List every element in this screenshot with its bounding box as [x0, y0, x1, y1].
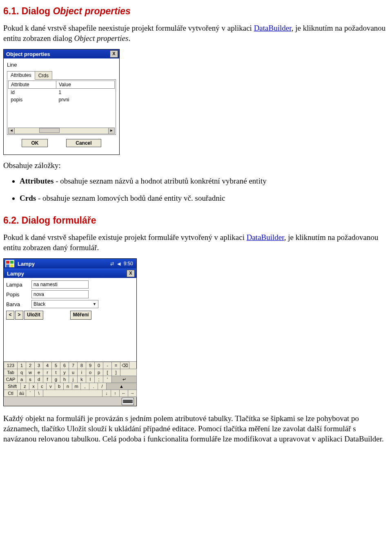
key[interactable]: q	[17, 369, 26, 376]
keyboard-row: Ctl áü ` \ ↓ ↑ ← →	[4, 390, 136, 396]
next-record-button[interactable]: >	[15, 311, 23, 320]
key[interactable]: ←	[119, 390, 128, 397]
key[interactable]: \	[34, 390, 43, 397]
key[interactable]: 9	[86, 362, 95, 369]
key[interactable]: áü	[17, 390, 26, 397]
key[interactable]: ,	[80, 383, 89, 390]
scroll-thumb[interactable]	[39, 128, 60, 133]
key[interactable]: o	[86, 369, 95, 376]
key[interactable]: Ctl	[4, 390, 18, 397]
horizontal-scrollbar[interactable]: ◄ ►	[8, 128, 115, 134]
scroll-track[interactable]	[15, 128, 108, 134]
cancel-button[interactable]: Cancel	[66, 139, 101, 147]
key[interactable]: s	[26, 376, 35, 383]
key[interactable]: e	[34, 369, 43, 376]
key[interactable]: u	[69, 369, 78, 376]
list-item: Attributes - obsahuje seznam názvů a hod…	[20, 177, 389, 186]
key[interactable]: x	[29, 383, 38, 390]
backspace-key[interactable]: ⌫	[120, 362, 129, 369]
key[interactable]: 123	[4, 362, 18, 369]
key[interactable]: g	[51, 376, 60, 383]
key[interactable]: t	[51, 369, 60, 376]
label-popis: Popis	[6, 291, 31, 298]
close-icon[interactable]: X	[110, 50, 118, 58]
key[interactable]: 7	[69, 362, 78, 369]
heading-6-2: 6.2. Dialog formuláře	[3, 215, 389, 226]
keyboard-row: 123 1 2 3 4 5 6 7 8 9 0 - = ⌫	[4, 362, 136, 369]
key[interactable]: k	[77, 376, 86, 383]
key[interactable]: m	[72, 383, 81, 390]
link-databuilder[interactable]: DataBuilder	[254, 24, 292, 32]
key[interactable]: ;	[94, 376, 103, 383]
key[interactable]: Shift	[4, 383, 21, 390]
object-type-label: Line	[7, 62, 116, 68]
key[interactable]: z	[20, 383, 29, 390]
key[interactable]: [	[103, 369, 112, 376]
key[interactable]: c	[38, 383, 47, 390]
key[interactable]: 6	[60, 362, 69, 369]
key[interactable]: d	[34, 376, 43, 383]
dialog-titlebar: Object properties X	[4, 49, 119, 58]
popis-field[interactable]: nova	[31, 290, 89, 298]
key[interactable]: 0	[94, 362, 103, 369]
close-icon[interactable]: X	[127, 270, 135, 277]
barva-combobox[interactable]: Black ▼	[31, 300, 98, 308]
key[interactable]: -	[103, 362, 112, 369]
connectivity-icon[interactable]: ⇄	[110, 261, 114, 267]
key[interactable]: 4	[43, 362, 52, 369]
table-row: id 1	[9, 89, 115, 96]
volume-icon[interactable]: ◀	[117, 261, 120, 267]
key[interactable]: p	[94, 369, 103, 376]
measure-button[interactable]: Měření	[70, 311, 92, 320]
scroll-left-icon[interactable]: ◄	[8, 128, 15, 134]
save-button[interactable]: Uložit	[24, 311, 43, 320]
key[interactable]: l	[86, 376, 95, 383]
key[interactable]: ]	[111, 369, 120, 376]
key[interactable]: `	[26, 390, 35, 397]
key[interactable]: /	[98, 383, 107, 390]
key[interactable]: 2	[26, 362, 35, 369]
key[interactable]: n	[63, 383, 72, 390]
lampa-field[interactable]: na namesti	[31, 280, 89, 289]
key[interactable]: 5	[51, 362, 60, 369]
key[interactable]: i	[77, 369, 86, 376]
key[interactable]: 8	[77, 362, 86, 369]
key[interactable]: .	[89, 383, 98, 390]
key[interactable]: ↑	[111, 390, 120, 397]
sip-keyboard[interactable]: 123 1 2 3 4 5 6 7 8 9 0 - = ⌫ Tab q w e …	[4, 361, 136, 396]
scroll-right-icon[interactable]: ►	[108, 128, 115, 134]
key[interactable]	[120, 369, 137, 376]
enter-key[interactable]: ↵	[111, 376, 137, 383]
key[interactable]: f	[43, 376, 52, 383]
key[interactable]: j	[69, 376, 78, 383]
key[interactable]: ↓	[102, 390, 111, 397]
key[interactable]: CAP	[4, 376, 18, 383]
key[interactable]: b	[55, 383, 64, 390]
heading-6-1: 6.1. Dialog Object properties	[3, 6, 389, 17]
keyboard-row: Tab q w e r t y u i o p [ ]	[4, 369, 136, 376]
ok-button[interactable]: OK	[22, 139, 48, 147]
key[interactable]: Tab	[4, 369, 18, 376]
key[interactable]: r	[43, 369, 52, 376]
link-databuilder-2[interactable]: DataBuilder	[247, 233, 284, 242]
key[interactable]: 1	[17, 362, 26, 369]
key[interactable]: 3	[34, 362, 43, 369]
key[interactable]: v	[46, 383, 55, 390]
key[interactable]: '	[103, 376, 112, 383]
prev-record-button[interactable]: <	[6, 311, 14, 320]
tab-crds[interactable]: Crds	[35, 71, 52, 80]
para-6-1: Pokud k dané vrstvě shapefile neexistuje…	[3, 23, 389, 43]
key[interactable]: =	[111, 362, 120, 369]
tab-attributes[interactable]: Attributes	[7, 71, 35, 80]
windows-logo-icon[interactable]	[5, 260, 14, 267]
lampy-form-window: Lampy ⇄ ◀ 9:50 Lampy X Lampa na namesti …	[3, 258, 137, 406]
spacebar-key[interactable]	[43, 390, 102, 397]
key[interactable]: a	[17, 376, 26, 383]
keyboard-icon[interactable]	[122, 398, 134, 405]
shift-right-key[interactable]: ▲	[106, 383, 137, 390]
key[interactable]: →	[128, 390, 137, 397]
key[interactable]: h	[60, 376, 69, 383]
label-lampa: Lampa	[6, 282, 31, 288]
key[interactable]: y	[60, 369, 69, 376]
key[interactable]: w	[26, 369, 35, 376]
